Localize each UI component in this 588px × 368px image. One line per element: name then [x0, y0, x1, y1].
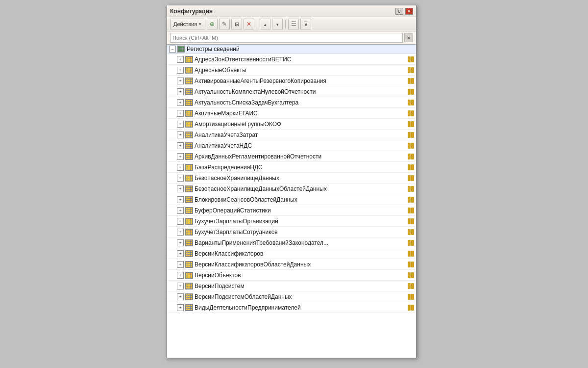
tree-item[interactable]: +БуферОперацийСтатистики: [167, 205, 416, 216]
tree-item[interactable]: +БезопасноеХранилищеДанныхОбластейДанных: [167, 184, 416, 194]
item-badge-stack: [408, 175, 414, 181]
expand-icon[interactable]: +: [177, 56, 184, 63]
tree-item[interactable]: +ВидыДеятельностиПредпринимателей: [167, 302, 416, 313]
item-label: АдресаЗонОтветственностиВЕТИС: [195, 56, 406, 63]
expand-icon[interactable]: +: [177, 175, 184, 182]
item-badge: [408, 283, 411, 289]
expand-icon[interactable]: +: [177, 304, 184, 311]
tree-item[interactable]: +БезопасноеХранилищеДанных: [167, 173, 416, 184]
move-up-icon: [263, 21, 267, 27]
tree-item[interactable]: +АктивированныеАгентыРезервногоКопирован…: [167, 76, 416, 86]
item-badge-stack: [408, 78, 414, 84]
root-collapse-icon[interactable]: −: [169, 46, 176, 53]
tree-item[interactable]: +ВерсииПодсистемОбластейДанных: [167, 291, 416, 302]
expand-icon[interactable]: +: [177, 261, 184, 268]
item-grid-icon: [185, 131, 193, 138]
search-clear-button[interactable]: ✕: [404, 33, 413, 42]
item-badge-stack: [408, 208, 414, 213]
search-input[interactable]: [170, 33, 403, 43]
item-badge: [408, 251, 411, 257]
item-badge-2: [411, 272, 414, 278]
tree-item[interactable]: +АналитикаУчетаЗатрат: [167, 130, 416, 140]
expand-icon[interactable]: +: [177, 78, 184, 84]
add-button[interactable]: [207, 19, 218, 29]
expand-icon[interactable]: +: [177, 131, 184, 138]
actions-menu-button[interactable]: Действия ▼: [170, 19, 205, 29]
expand-icon[interactable]: +: [177, 142, 184, 149]
configuration-window: Конфигурация 0 ✕ Действия ▼ ⊞: [167, 5, 416, 358]
tree-container[interactable]: − Регистры сведений ▲ +АдресаЗонОтветств…: [167, 45, 416, 358]
expand-icon[interactable]: +: [177, 67, 184, 74]
item-badge-2: [411, 251, 414, 257]
menu-button[interactable]: [288, 19, 299, 29]
tree-root-item[interactable]: − Регистры сведений ▲: [167, 45, 416, 54]
expand-icon[interactable]: +: [177, 121, 184, 128]
tree-item[interactable]: +АналитикаУчетаНДС: [167, 140, 416, 151]
item-badge-stack: [408, 100, 414, 105]
tree-item[interactable]: +АрхивДанныхРегламентированнойОтчетности: [167, 151, 416, 162]
expand-icon[interactable]: +: [177, 196, 184, 203]
item-label: БезопасноеХранилищеДанныхОбластейДанных: [195, 185, 406, 192]
item-badge: [408, 164, 411, 170]
expand-icon[interactable]: +: [177, 207, 184, 214]
delete-button[interactable]: [244, 19, 254, 29]
item-grid-icon: [185, 164, 193, 171]
item-badge-stack: [408, 294, 414, 300]
item-grid-icon: [185, 88, 193, 95]
filter-button[interactable]: [300, 19, 311, 29]
item-label: ВариантыПримененияТребованийЗаконодател.…: [195, 239, 406, 246]
expand-icon[interactable]: +: [177, 218, 184, 225]
expand-icon[interactable]: +: [177, 110, 184, 117]
tree-item[interactable]: +АктуальностьСпискаЗадачБухгалтера: [167, 97, 416, 108]
tree-item[interactable]: +ВерсииКлассификаторов: [167, 248, 416, 259]
expand-icon[interactable]: +: [177, 164, 184, 171]
item-badge-stack: [408, 67, 414, 73]
tree-item[interactable]: +ВерсииКлассификаторовОбластейДанных: [167, 259, 416, 270]
minimize-button[interactable]: 0: [395, 8, 403, 15]
expand-icon[interactable]: +: [177, 185, 184, 192]
move-up-button[interactable]: [260, 19, 270, 29]
move-down-button[interactable]: [272, 19, 283, 29]
expand-icon[interactable]: +: [177, 283, 184, 289]
edit-button[interactable]: [219, 19, 230, 29]
tree-item[interactable]: +БухучетЗарплатыСотрудников: [167, 227, 416, 237]
item-badge: [408, 56, 411, 62]
copy-button[interactable]: ⊞: [231, 19, 242, 29]
item-label: ВерсииПодсистемОбластейДанных: [195, 293, 406, 300]
item-grid-icon: [185, 272, 193, 279]
expand-icon[interactable]: +: [177, 99, 184, 106]
item-badge-stack: [408, 56, 414, 62]
tree-item[interactable]: +АмортизационныеГруппыОКОФ: [167, 119, 416, 130]
tree-item[interactable]: +АдресаЗонОтветственностиВЕТИС: [167, 54, 416, 65]
title-bar-right: 0 ✕: [395, 8, 413, 15]
item-label: БухучетЗарплатыОрганизаций: [195, 218, 406, 225]
tree-item[interactable]: +АдресныеОбъекты: [167, 65, 416, 76]
item-label: ВерсииКлассификаторов: [195, 250, 406, 257]
tree-item[interactable]: +БлокировкиСеансовОбластейДанных: [167, 194, 416, 205]
tree-item[interactable]: +АкцизныеМаркиЕГАИС: [167, 108, 416, 119]
filter-icon: [304, 21, 308, 27]
item-badge-stack: [408, 262, 414, 267]
copy-icon: ⊞: [235, 21, 239, 27]
tree-item[interactable]: +БухучетЗарплатыОрганизаций: [167, 216, 416, 227]
expand-icon[interactable]: +: [177, 153, 184, 160]
item-badge-stack: [408, 197, 414, 203]
expand-icon[interactable]: +: [177, 239, 184, 246]
expand-icon[interactable]: +: [177, 250, 184, 257]
expand-icon[interactable]: +: [177, 229, 184, 236]
close-button[interactable]: ✕: [405, 8, 413, 15]
item-grid-icon: [185, 283, 193, 289]
item-grid-icon: [185, 218, 193, 225]
tree-item[interactable]: +ВариантыПримененияТребованийЗаконодател…: [167, 237, 416, 248]
expand-icon[interactable]: +: [177, 88, 184, 95]
expand-icon[interactable]: +: [177, 293, 184, 300]
item-badge: [408, 272, 411, 278]
tree-item[interactable]: +АктуальностьКомплектаНулевойОтчетности: [167, 86, 416, 97]
tree-item[interactable]: +ВерсииОбъектов: [167, 270, 416, 281]
item-badge-stack: [408, 143, 414, 149]
root-grid-icon: [177, 46, 185, 53]
tree-item[interactable]: +БазаРаспределенияНДС: [167, 162, 416, 173]
expand-icon[interactable]: +: [177, 272, 184, 279]
tree-item[interactable]: +ВерсииПодсистем: [167, 281, 416, 291]
item-label: АктуальностьСпискаЗадачБухгалтера: [195, 99, 406, 106]
